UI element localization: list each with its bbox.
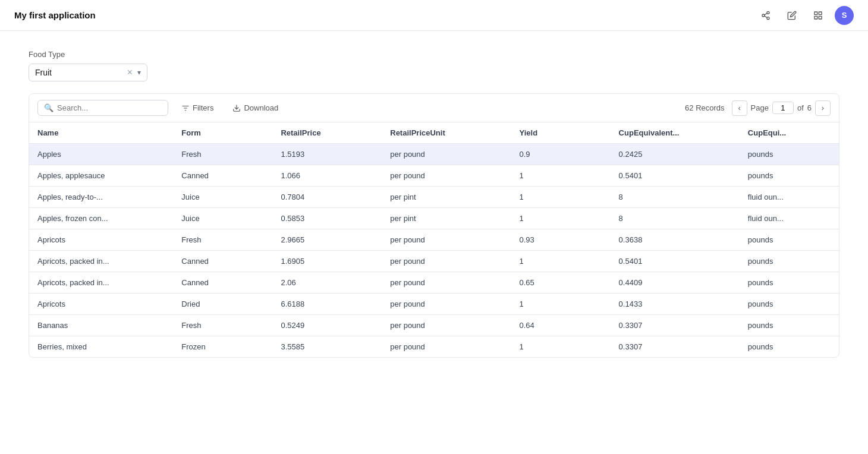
edit-button[interactable] <box>782 6 801 25</box>
cell-cupequivalent: 0.3307 <box>611 336 740 358</box>
cell-cupequivalentunit: pounds <box>740 272 839 294</box>
cell-cupequivalentunit: pounds <box>740 165 839 187</box>
svg-line-3 <box>765 16 768 18</box>
apps-button[interactable] <box>809 6 828 25</box>
download-icon <box>232 104 241 112</box>
table-row[interactable]: ApricotsFresh2.9665per pound0.930.3638po… <box>29 229 839 251</box>
cell-name: Apples <box>29 144 173 165</box>
cell-retailpriceunit: per pound <box>382 251 511 272</box>
cell-cupequivalentunit: fluid oun... <box>740 187 839 208</box>
cell-retailprice: 1.6905 <box>272 251 382 272</box>
page-label: Page <box>751 103 769 112</box>
cell-yield: 1 <box>511 187 611 208</box>
cell-retailpriceunit: per pound <box>382 272 511 294</box>
col-header-form: Form <box>173 122 272 144</box>
table-row[interactable]: BananasFresh0.5249per pound0.640.3307pou… <box>29 315 839 336</box>
cell-cupequivalentunit: pounds <box>740 294 839 315</box>
pagination: ‹ Page of 6 › <box>732 100 831 116</box>
cell-cupequivalent: 0.3638 <box>611 229 740 251</box>
of-label: of <box>797 103 804 112</box>
main-content: Food Type Fruit × ▾ 🔍 Filters Download 6… <box>0 31 868 377</box>
app-header: My first application S <box>0 0 868 31</box>
filter-label: Food Type <box>29 50 839 59</box>
cell-cupequivalent: 0.4409 <box>611 272 740 294</box>
cell-yield: 1 <box>511 165 611 187</box>
app-title: My first application <box>14 10 96 20</box>
cell-cupequivalentunit: pounds <box>740 315 839 336</box>
cell-retailprice: 1.5193 <box>272 144 382 165</box>
col-header-retailprice: RetailPrice <box>272 122 382 144</box>
cell-yield: 1 <box>511 294 611 315</box>
cell-yield: 0.93 <box>511 229 611 251</box>
header-actions: S <box>756 6 854 25</box>
svg-line-4 <box>765 13 768 15</box>
cell-form: Fresh <box>173 315 272 336</box>
table-row[interactable]: Apples, ready-to-...Juice0.7804per pint1… <box>29 187 839 208</box>
cell-cupequivalentunit: pounds <box>740 251 839 272</box>
cell-form: Canned <box>173 251 272 272</box>
table-row[interactable]: Apples, applesauceCanned1.066per pound10… <box>29 165 839 187</box>
cell-cupequivalentunit: pounds <box>740 144 839 165</box>
table-row[interactable]: ApplesFresh1.5193per pound0.90.2425pound… <box>29 144 839 165</box>
share-button[interactable] <box>756 6 775 25</box>
next-page-button[interactable]: › <box>815 100 831 116</box>
cell-retailprice: 0.7804 <box>272 187 382 208</box>
filters-button[interactable]: Filters <box>175 100 219 115</box>
dropdown-clear-button[interactable]: × <box>127 68 133 77</box>
cell-form: Juice <box>173 208 272 229</box>
cell-form: Fresh <box>173 229 272 251</box>
table-row[interactable]: Apricots, packed in...Canned2.06per poun… <box>29 272 839 294</box>
cell-cupequivalent: 0.2425 <box>611 144 740 165</box>
cell-yield: 0.9 <box>511 144 611 165</box>
prev-page-button[interactable]: ‹ <box>732 100 747 116</box>
cell-yield: 1 <box>511 251 611 272</box>
cell-name: Apricots <box>29 229 173 251</box>
cell-yield: 0.65 <box>511 272 611 294</box>
cell-name: Apricots, packed in... <box>29 272 173 294</box>
col-header-name: Name <box>29 122 173 144</box>
cell-retailpriceunit: per pound <box>382 229 511 251</box>
chevron-down-icon: ▾ <box>137 68 141 77</box>
records-text: Records <box>696 103 724 112</box>
svg-rect-6 <box>819 12 822 15</box>
filters-label: Filters <box>193 103 213 112</box>
table-row[interactable]: Apricots, packed in...Canned1.6905per po… <box>29 251 839 272</box>
download-button[interactable]: Download <box>227 100 284 115</box>
search-wrap: 🔍 <box>37 100 168 116</box>
page-input[interactable] <box>772 102 794 114</box>
records-info: 62 Records <box>685 103 725 112</box>
cell-cupequivalentunit: pounds <box>740 336 839 358</box>
total-pages: 6 <box>807 103 812 112</box>
cell-retailpriceunit: per pint <box>382 208 511 229</box>
table-row[interactable]: ApricotsDried6.6188per pound10.1433pound… <box>29 294 839 315</box>
filter-icon <box>181 104 190 112</box>
cell-retailprice: 0.5853 <box>272 208 382 229</box>
table-body: ApplesFresh1.5193per pound0.90.2425pound… <box>29 144 839 358</box>
col-header-cupequivalentunit: CupEqui... <box>740 122 839 144</box>
svg-rect-7 <box>819 16 822 19</box>
table-header: Name Form RetailPrice RetailPriceUnit Yi… <box>29 122 839 144</box>
data-table: Name Form RetailPrice RetailPriceUnit Yi… <box>29 122 839 357</box>
cell-retailpriceunit: per pound <box>382 144 511 165</box>
cell-name: Apricots, packed in... <box>29 251 173 272</box>
cell-cupequivalent: 0.1433 <box>611 294 740 315</box>
cell-retailpriceunit: per pint <box>382 187 511 208</box>
dropdown-value: Fruit <box>35 68 122 77</box>
cell-yield: 1 <box>511 208 611 229</box>
search-input[interactable] <box>57 103 162 112</box>
cell-retailpriceunit: per pound <box>382 315 511 336</box>
table-toolbar: 🔍 Filters Download 62 Records ‹ Page <box>29 94 839 122</box>
cell-retailprice: 0.5249 <box>272 315 382 336</box>
svg-rect-5 <box>814 12 817 15</box>
table-row[interactable]: Apples, frozen con...Juice0.5853per pint… <box>29 208 839 229</box>
user-avatar[interactable]: S <box>835 6 854 25</box>
cell-cupequivalent: 0.5401 <box>611 251 740 272</box>
cell-retailprice: 2.9665 <box>272 229 382 251</box>
cell-form: Juice <box>173 187 272 208</box>
table-row[interactable]: Berries, mixedFrozen3.5585per pound10.33… <box>29 336 839 358</box>
cell-retailpriceunit: per pound <box>382 336 511 358</box>
records-count: 62 <box>685 103 693 112</box>
cell-retailprice: 2.06 <box>272 272 382 294</box>
cell-name: Berries, mixed <box>29 336 173 358</box>
food-type-dropdown[interactable]: Fruit × ▾ <box>29 64 147 81</box>
